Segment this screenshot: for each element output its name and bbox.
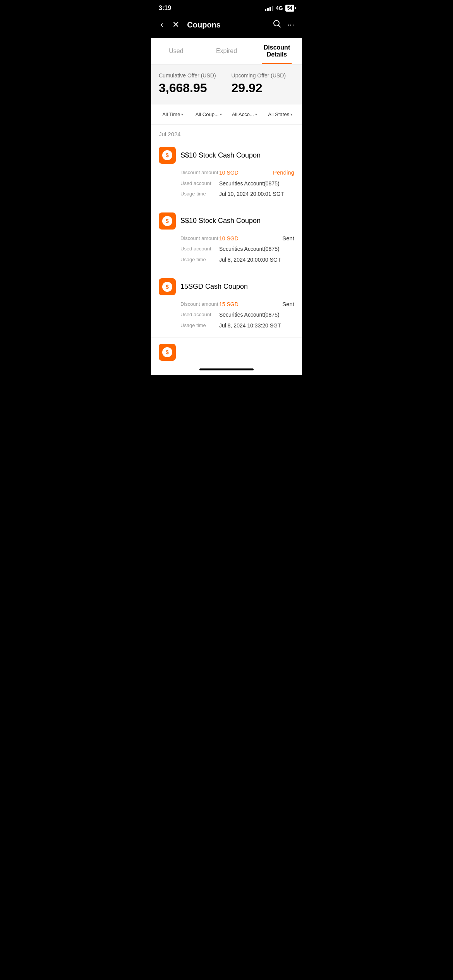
status-badge: Sent (282, 235, 294, 242)
usage-time-value: Jul 8, 2024 10:33:20 SGT (219, 322, 294, 330)
status-badge: Pending (273, 169, 294, 176)
battery-indicator: 54 (285, 5, 294, 12)
close-button[interactable]: ✕ (169, 19, 182, 31)
used-account-label: Used account (180, 180, 219, 188)
usage-time-value: Jul 8, 2024 20:00:00 SGT (219, 256, 294, 264)
nav-actions: ··· (271, 18, 296, 32)
filter-coupon[interactable]: All Coup... ▾ (192, 110, 226, 119)
coupon-icon: $ (159, 344, 176, 361)
coupon-header: $ 15SGD Cash Coupon (159, 278, 294, 295)
coupon-icon: $ (159, 278, 176, 295)
used-account-label: Used account (180, 311, 219, 319)
coupon-details: Discount amount 15 SGD Used account Secu… (159, 301, 294, 330)
discount-amount-label: Discount amount (180, 301, 219, 308)
dollar-icon: $ (162, 347, 172, 357)
svg-line-1 (278, 26, 280, 27)
search-icon (273, 19, 281, 28)
dollar-icon: $ (162, 216, 172, 226)
coupon-item: $ 15SGD Cash Coupon Discount amount 15 S… (151, 272, 302, 338)
coupon-header: $ S$10 Stock Cash Coupon (159, 212, 294, 230)
usage-time-label: Usage time (180, 256, 219, 264)
nav-bar: ‹ ✕ Coupons ··· (151, 15, 302, 38)
tab-expired[interactable]: Expired (201, 38, 252, 64)
filter-account[interactable]: All Acco... ▾ (227, 110, 262, 119)
coupon-details: Discount amount 10 SGD Used account Secu… (159, 169, 294, 198)
filter-time[interactable]: All Time ▾ (156, 110, 190, 119)
used-account-value: Securities Account(0875) (219, 180, 294, 188)
signal-icon (265, 6, 273, 11)
discount-amount-label: Discount amount (180, 235, 219, 243)
cumulative-value: 3,668.95 (159, 81, 216, 95)
dollar-icon: $ (162, 150, 172, 160)
time-display: 3:19 (159, 5, 171, 12)
back-button[interactable]: ‹ (157, 19, 166, 31)
status-badge: Sent (282, 301, 294, 307)
upcoming-offer: Upcoming Offer (USD) 29.92 (232, 72, 286, 95)
cumulative-label: Cumulative Offer (USD) (159, 72, 216, 79)
usage-time-value: Jul 10, 2024 20:00:01 SGT (219, 190, 294, 198)
coupon-icon: $ (159, 212, 176, 230)
tab-discount-details[interactable]: Discount Details (252, 38, 302, 64)
coupon-title: S$10 Stock Cash Coupon (180, 217, 261, 225)
coupon-header: $ S$10 Stock Cash Coupon (159, 147, 294, 164)
coupon-icon: $ (159, 147, 176, 164)
home-indicator (151, 364, 302, 375)
network-type: 4G (276, 5, 283, 11)
coupon-item: $ S$10 Stock Cash Coupon Discount amount… (151, 140, 302, 206)
used-account-label: Used account (180, 245, 219, 253)
usage-time-label: Usage time (180, 322, 219, 330)
month-header: Jul 2024 (151, 125, 302, 140)
filter-states[interactable]: All States ▾ (263, 110, 298, 119)
summary-section: Cumulative Offer (USD) 3,668.95 Upcoming… (151, 65, 302, 105)
coupon-title: 15SGD Cash Coupon (180, 283, 248, 291)
chevron-down-icon: ▾ (181, 112, 183, 117)
search-button[interactable] (271, 18, 283, 32)
upcoming-value: 29.92 (232, 81, 286, 95)
chevron-down-icon: ▾ (255, 112, 257, 117)
tabs-bar: Used Expired Discount Details (151, 38, 302, 65)
tab-used[interactable]: Used (151, 38, 201, 64)
chevron-down-icon: ▾ (220, 112, 222, 117)
coupon-item: $ S$10 Stock Cash Coupon Discount amount… (151, 206, 302, 272)
cumulative-offer: Cumulative Offer (USD) 3,668.95 (159, 72, 216, 95)
chevron-down-icon: ▾ (290, 112, 292, 117)
partial-coupon: $ (151, 338, 302, 364)
home-bar (199, 368, 254, 370)
status-icons: 4G 54 (265, 5, 294, 12)
coupon-title: S$10 Stock Cash Coupon (180, 151, 261, 159)
upcoming-label: Upcoming Offer (USD) (232, 72, 286, 79)
page-title: Coupons (187, 21, 268, 29)
filters-bar: All Time ▾ All Coup... ▾ All Acco... ▾ A… (151, 105, 302, 125)
used-account-value: Securities Account(0875) (219, 311, 294, 319)
coupon-details: Discount amount 10 SGD Used account Secu… (159, 235, 294, 264)
discount-amount-label: Discount amount (180, 169, 219, 177)
more-button[interactable]: ··· (286, 18, 296, 31)
status-bar: 3:19 4G 54 (151, 0, 302, 15)
used-account-value: Securities Account(0875) (219, 245, 294, 253)
dollar-icon: $ (162, 282, 172, 292)
usage-time-label: Usage time (180, 190, 219, 198)
